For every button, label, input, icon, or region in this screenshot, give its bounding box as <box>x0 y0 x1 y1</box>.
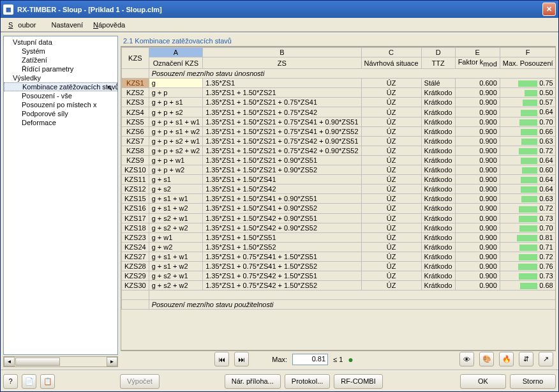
cell-ttz[interactable]: Krátkodo <box>421 175 455 185</box>
cell-situace[interactable]: ÚZ <box>361 98 421 107</box>
cell-kmod[interactable]: 0.900 <box>455 165 500 175</box>
cell-zs[interactable]: 1.35*ZS1 <box>203 79 361 88</box>
nav-tree[interactable]: Vstupní data Systém Zatížení Řídící para… <box>3 36 118 355</box>
table-row[interactable]: KZS24g + w21.35*ZS1 + 1.50*ZS52ÚZKrátkod… <box>122 242 556 252</box>
cell-ttz[interactable]: Krátkodo <box>421 146 455 155</box>
tree-check-all[interactable]: Posouzení - vše <box>4 91 117 100</box>
col-C[interactable]: C <box>361 48 421 57</box>
cell-situace[interactable]: ÚZ <box>361 261 421 271</box>
cell-ratio[interactable]: 0.70 <box>500 223 555 232</box>
cell-zs[interactable]: 1.35*ZS1 + 1.50*ZS21 <box>203 88 361 98</box>
cell-ratio[interactable]: 0.76 <box>500 261 555 271</box>
cell-ttz[interactable]: Krátkodo <box>421 165 455 175</box>
row-id[interactable]: KZS12 <box>122 185 149 194</box>
cell-label[interactable]: g <box>149 79 203 88</box>
tree-check-x[interactable]: Posouzení po místech x <box>4 100 117 109</box>
col-B[interactable]: B <box>203 48 361 57</box>
cell-ttz[interactable]: Krátkodo <box>421 213 455 223</box>
cell-zs[interactable]: 1.35*ZS1 + 1.50*ZS21 + 0.75*ZS41 <box>203 98 361 107</box>
cell-label[interactable]: g + p + s1 <box>149 98 203 107</box>
col-E[interactable]: E <box>455 48 500 57</box>
tree-results[interactable]: Výsledky <box>4 73 117 82</box>
cell-situace[interactable]: ÚZ <box>361 117 421 126</box>
table-row[interactable]: KZS27g + s1 + w11.35*ZS1 + 0.75*ZS41 + 1… <box>122 252 556 261</box>
cell-situace[interactable]: ÚZ <box>361 252 421 261</box>
cell-label[interactable]: g + s1 + w1 <box>149 252 203 261</box>
row-id[interactable]: KZS6 <box>122 126 149 136</box>
table-row[interactable]: KZS8g + p + s2 + w21.35*ZS1 + 1.50*ZS21 … <box>122 146 556 155</box>
cell-ratio[interactable]: 0.75 <box>500 79 555 88</box>
cell-ttz[interactable]: Krátkodo <box>421 126 455 136</box>
cell-kmod[interactable]: 0.900 <box>455 281 500 290</box>
cell-ttz[interactable]: Krátkodo <box>421 117 455 126</box>
table-row[interactable]: KZS29g + s2 + w11.35*ZS1 + 0.75*ZS42 + 1… <box>122 271 556 281</box>
cell-ttz[interactable]: Krátkodo <box>421 155 455 165</box>
color-icon[interactable]: 🎨 <box>479 352 494 366</box>
sort-icon[interactable]: ⇵ <box>519 352 533 366</box>
cell-label[interactable]: g + p + w1 <box>149 155 203 165</box>
col-F[interactable]: F <box>500 48 555 57</box>
col-D[interactable]: D <box>421 48 455 57</box>
cell-label[interactable]: g + s2 + w2 <box>149 223 203 232</box>
cell-ttz[interactable]: Krátkodo <box>421 281 455 290</box>
cell-ratio[interactable]: 0.81 <box>500 232 555 242</box>
cell-ratio[interactable]: 0.50 <box>500 88 555 98</box>
row-id[interactable]: KZS5 <box>122 117 149 126</box>
cancel-button[interactable]: Storno <box>510 374 556 389</box>
cell-situace[interactable]: ÚZ <box>361 194 421 204</box>
cell-zs[interactable]: 1.35*ZS1 + 1.50*ZS42 + 0.90*ZS52 <box>203 223 361 232</box>
scroll-left-icon[interactable]: ◄ <box>4 357 15 366</box>
view-icon[interactable]: 👁 <box>459 352 474 366</box>
cell-ttz[interactable]: Stálé <box>421 79 455 88</box>
cell-zs[interactable]: 1.35*ZS1 + 0.75*ZS41 + 1.50*ZS51 <box>203 252 361 261</box>
cell-situace[interactable]: ÚZ <box>361 223 421 232</box>
tree-deform[interactable]: Deformace <box>4 118 117 127</box>
cell-kmod[interactable]: 0.900 <box>455 185 500 194</box>
table-row[interactable]: KZS2g + p1.35*ZS1 + 1.50*ZS21ÚZKrátkodo0… <box>122 88 556 98</box>
table-row[interactable]: KZS7g + p + s2 + w11.35*ZS1 + 1.50*ZS21 … <box>122 136 556 146</box>
scroll-right-icon[interactable]: ► <box>107 357 117 366</box>
cell-label[interactable]: g + s2 <box>149 185 203 194</box>
row-id[interactable]: KZS9 <box>122 155 149 165</box>
cell-zs[interactable]: 1.35*ZS1 + 1.50*ZS41 + 0.90*ZS51 <box>203 194 361 204</box>
cell-situace[interactable]: ÚZ <box>361 204 421 213</box>
results-grid[interactable]: KZS A B C D E F Označení KZS ZS Návrhová… <box>121 47 556 351</box>
cell-zs[interactable]: 1.35*ZS1 + 1.50*ZS21 + 0.75*ZS41 + 0.90*… <box>203 126 361 136</box>
row-id[interactable]: KZS28 <box>122 261 149 271</box>
cell-label[interactable]: g + w2 <box>149 242 203 252</box>
report-icon[interactable]: 📋 <box>40 374 55 389</box>
cell-situace[interactable]: ÚZ <box>361 185 421 194</box>
cell-label[interactable]: g + p + s1 + w1 <box>149 117 203 126</box>
col-kzs[interactable]: KZS <box>122 48 149 69</box>
cell-zs[interactable]: 1.35*ZS1 + 1.50*ZS21 + 0.75*ZS42 + 0.90*… <box>203 136 361 146</box>
cell-zs[interactable]: 1.35*ZS1 + 1.50*ZS21 + 0.75*ZS41 + 0.90*… <box>203 117 361 126</box>
table-row[interactable]: KZS28g + s1 + w21.35*ZS1 + 0.75*ZS41 + 1… <box>122 261 556 271</box>
cell-situace[interactable]: ÚZ <box>361 232 421 242</box>
cell-zs[interactable]: 1.35*ZS1 + 1.50*ZS41 + 0.90*ZS52 <box>203 204 361 213</box>
cell-zs[interactable]: 1.35*ZS1 + 1.50*ZS21 + 0.90*ZS52 <box>203 165 361 175</box>
cell-zs[interactable]: 1.35*ZS1 + 1.50*ZS51 <box>203 232 361 242</box>
row-id[interactable]: KZS7 <box>122 136 149 146</box>
table-row[interactable]: KZS12g + s21.35*ZS1 + 1.50*ZS42ÚZKrátkod… <box>122 185 556 194</box>
cell-ttz[interactable]: Krátkodo <box>421 261 455 271</box>
cell-label[interactable]: g + s1 + w2 <box>149 261 203 271</box>
row-id[interactable]: KZS29 <box>122 271 149 281</box>
cell-ttz[interactable]: Krátkodo <box>421 271 455 281</box>
doc-icon[interactable]: 📄 <box>22 374 36 389</box>
cell-kmod[interactable]: 0.900 <box>455 232 500 242</box>
cell-ttz[interactable]: Krátkodo <box>421 194 455 204</box>
cell-ratio[interactable]: 0.73 <box>500 271 555 281</box>
cell-situace[interactable]: ÚZ <box>361 165 421 175</box>
cell-situace[interactable]: ÚZ <box>361 155 421 165</box>
cell-ratio[interactable]: 0.64 <box>500 155 555 165</box>
cell-ratio[interactable]: 0.64 <box>500 185 555 194</box>
cell-kmod[interactable]: 0.900 <box>455 136 500 146</box>
cell-label[interactable]: g + s2 + w1 <box>149 213 203 223</box>
cell-situace[interactable]: ÚZ <box>361 107 421 117</box>
table-row[interactable]: KZS11g + s11.35*ZS1 + 1.50*ZS41ÚZKrátkod… <box>122 175 556 185</box>
cell-kmod[interactable]: 0.900 <box>455 126 500 136</box>
cell-label[interactable]: g + p <box>149 88 203 98</box>
cell-ratio[interactable]: 0.60 <box>500 165 555 175</box>
cell-zs[interactable]: 1.35*ZS1 + 0.75*ZS42 + 1.50*ZS51 <box>203 271 361 281</box>
cell-situace[interactable]: ÚZ <box>361 242 421 252</box>
